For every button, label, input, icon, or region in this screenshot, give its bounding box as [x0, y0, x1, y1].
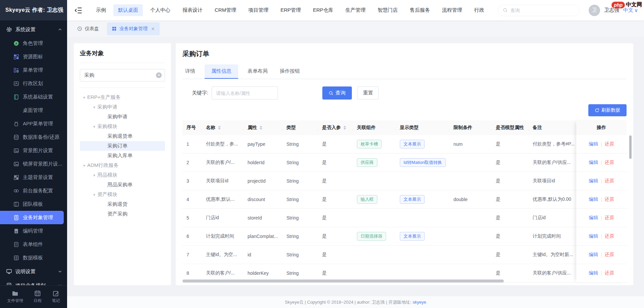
nav-item-default-desktop[interactable]: 默认桌面	[113, 4, 143, 16]
tree-node-purchase-return[interactable]: 采购退货	[80, 199, 165, 209]
restore-link[interactable]: 还原	[605, 215, 614, 221]
keyword-input[interactable]	[212, 86, 278, 100]
sidebar-item-menu-manage[interactable]: 菜单管理	[0, 63, 67, 77]
sidebar-item-biz-object-manage[interactable]: 业务对象管理	[0, 211, 64, 224]
nav-item-example[interactable]: 示例	[91, 4, 111, 16]
close-icon[interactable]	[151, 27, 155, 31]
tree-search-input[interactable]	[80, 69, 165, 81]
caret-down-icon[interactable]: ▾	[91, 105, 97, 110]
tree-node-asset-module[interactable]: ▾资产模块	[80, 190, 165, 199]
reset-button[interactable]: 重置	[357, 86, 379, 100]
restore-link[interactable]: 还原	[605, 178, 614, 184]
nav-item-workflow[interactable]: 流程管理	[437, 4, 467, 16]
tree-node-purchase-apply[interactable]: 采购申请	[80, 112, 165, 122]
sidebar-collapse-icon[interactable]	[74, 6, 83, 14]
caret-down-icon[interactable]: ▾	[91, 124, 97, 129]
sidebar-item-desktop-manage[interactable]: 桌面管理	[0, 104, 67, 117]
sidebar-item-code-manage[interactable]: 编码管理	[0, 224, 67, 238]
edit-link[interactable]: 编辑	[589, 178, 598, 184]
nav-item-erp[interactable]: ERP管理	[276, 4, 306, 16]
sidebar-item-team-template[interactable]: 团队模板	[0, 197, 67, 211]
sidebar-section-note-settings[interactable]: 说明设置	[0, 264, 67, 279]
cell-type: String	[282, 160, 318, 165]
sidebar-item-system-base[interactable]: 系统基础设置	[0, 90, 67, 104]
horizontal-scrollbar[interactable]	[182, 280, 504, 283]
bg-image-icon	[13, 148, 19, 153]
sidebar-item-data-template[interactable]: 数据模板	[0, 251, 67, 264]
sort-icons[interactable]	[218, 126, 221, 130]
sidebar-item-theme-bg[interactable]: 主题背景设置	[0, 171, 67, 184]
nav-item-personal-center[interactable]: 个人中心	[146, 4, 175, 16]
restore-link[interactable]: 还原	[605, 141, 614, 147]
edit-link[interactable]: 编辑	[589, 196, 598, 202]
display-type-tag: 文本展示	[400, 232, 425, 241]
sidebar-item-app-menu[interactable]: APP菜单管理	[0, 117, 67, 130]
nav-item-report-design[interactable]: 报表设计	[178, 4, 207, 16]
tab-form-layout[interactable]: 表单布局	[245, 64, 270, 79]
nav-item-production[interactable]: 生产管理	[341, 4, 370, 16]
restore-link[interactable]: 还原	[605, 196, 614, 202]
tree-node-purchase-module[interactable]: ▾采购模块	[80, 122, 165, 131]
edit-link[interactable]: 编辑	[589, 215, 598, 221]
tree-node-supplies-purchase[interactable]: 用品采购单	[80, 180, 165, 190]
sidebar-item-lock-bg-image[interactable]: 锁屏背景图片设...	[0, 157, 67, 171]
edit-link[interactable]: 编辑	[589, 233, 598, 239]
caret-down-icon[interactable]: ▾	[91, 192, 97, 197]
restore-link[interactable]: 还原	[605, 233, 614, 239]
tree-node-purchase-order[interactable]: 采购订单	[80, 141, 165, 151]
sidebar-item-role-manage[interactable]: 角色管理	[0, 37, 67, 50]
sidebar-footer-schedule[interactable]: 日程	[34, 290, 42, 304]
edit-link[interactable]: 编辑	[589, 160, 598, 166]
tab-dashboard[interactable]: 仪表盘	[72, 22, 104, 35]
edit-link[interactable]: 编辑	[589, 270, 598, 276]
row-actions: 编辑|还原	[576, 153, 627, 172]
sort-icons[interactable]	[260, 126, 262, 130]
caret-down-icon[interactable]: ▾	[81, 95, 87, 100]
restore-link[interactable]: 还原	[605, 252, 614, 258]
sidebar-item-db-backup[interactable]: 数据库备份/还原	[0, 130, 67, 144]
tab-detail[interactable]: 详情	[182, 64, 198, 79]
vertical-scrollbar[interactable]	[629, 135, 632, 159]
restore-link[interactable]: 还原	[605, 160, 614, 166]
edit-link[interactable]: 编辑	[589, 141, 598, 147]
row-actions: 编辑|还原	[576, 172, 627, 190]
tree-node-erp-service[interactable]: ▾ERP+生产服务	[80, 93, 165, 102]
sidebar-item-form-component[interactable]: 表单组件	[0, 238, 67, 251]
nav-item-admin[interactable]: 行政	[470, 4, 489, 16]
nav-item-erp-warehouse[interactable]: ERP仓库	[308, 4, 338, 16]
user-avatar[interactable]: 卫	[589, 5, 600, 16]
sidebar-section-project-plan[interactable]: 项目业务规划	[0, 279, 67, 285]
caret-down-icon[interactable]: ▾	[91, 173, 97, 178]
sidebar-item-resource-icons[interactable]: 资源图标	[0, 50, 67, 63]
tree-node-purchase-return-order[interactable]: 采购退货单	[80, 131, 165, 141]
business-object-panel: 业务对象 ✕ ▾ERP+生产服务 ▾采购申请 采购申请 ▾采购模块 采购退货单 …	[74, 43, 171, 285]
tree-node-adm-service[interactable]: ▾ADM行政服务	[80, 161, 165, 170]
global-search-input[interactable]	[511, 8, 575, 13]
edit-link[interactable]: 编辑	[589, 252, 598, 258]
tab-attribute-info[interactable]: 属性信息	[205, 64, 238, 79]
caret-down-icon[interactable]: ▾	[81, 163, 87, 168]
tree-node-purchase-inbound[interactable]: 采购入库单	[80, 151, 165, 161]
sidebar-item-region[interactable]: 行政区划	[0, 77, 67, 90]
restore-link[interactable]: 还原	[605, 270, 614, 276]
nav-item-crm[interactable]: CRM管理	[210, 4, 241, 16]
query-button[interactable]: 查询	[322, 86, 352, 100]
sidebar-section-system-settings[interactable]: 系统设置	[0, 22, 67, 37]
sidebar-footer-file-manage[interactable]: 文件管理	[7, 290, 23, 304]
tab-biz-object-manage[interactable]: 业务对象管理	[107, 22, 160, 35]
tab-action-buttons[interactable]: 操作按钮	[277, 64, 303, 79]
sidebar-item-bg-image[interactable]: 背景图片设置	[0, 144, 67, 157]
sort-icons[interactable]	[343, 126, 346, 130]
nav-item-smart-store[interactable]: 智慧门店	[373, 4, 402, 16]
tree-node-asset-purchase[interactable]: 资产采购	[80, 209, 165, 219]
clear-icon[interactable]: ✕	[156, 72, 162, 78]
refresh-data-button[interactable]: 刷新数据	[588, 104, 627, 116]
sidebar-item-front-service[interactable]: 前台服务配置	[0, 184, 67, 197]
tree-node-supplies-module[interactable]: ▾用品模块	[80, 170, 165, 180]
tree-node-purchase-apply-group[interactable]: ▾采购申请	[80, 102, 165, 112]
sidebar-footer-notes[interactable]: 笔记	[52, 290, 60, 304]
skyeye-link[interactable]: skyeye	[413, 300, 426, 305]
calendar-icon	[34, 290, 41, 297]
nav-item-after-sales[interactable]: 售后服务	[405, 4, 435, 16]
nav-item-project[interactable]: 项目管理	[244, 4, 273, 16]
